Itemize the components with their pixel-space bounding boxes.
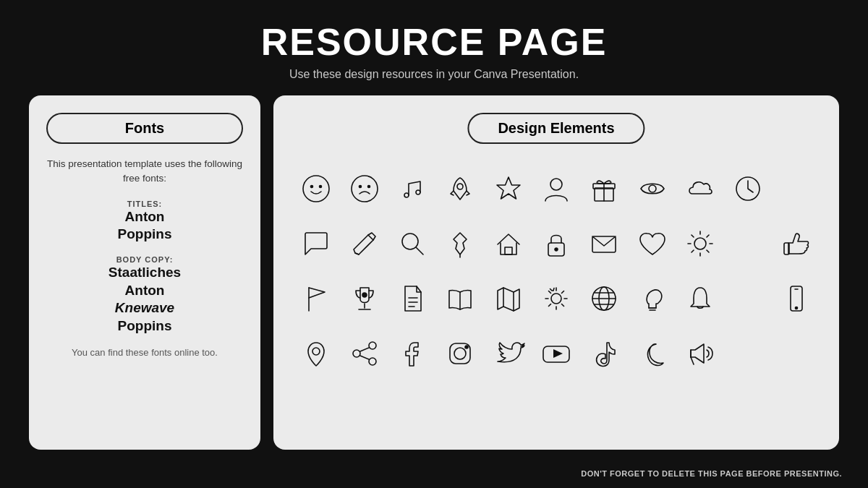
svg-point-8: [457, 184, 463, 189]
icon-lightbulb: [630, 273, 675, 325]
font-knewave: Knewave: [46, 299, 243, 317]
icon-book: [438, 273, 482, 325]
svg-point-18: [555, 248, 558, 251]
icons-grid: [294, 163, 819, 380]
icon-share: [341, 328, 386, 380]
svg-point-1: [311, 186, 313, 188]
body-label: BODY COPY:: [46, 255, 243, 264]
svg-point-23: [551, 294, 561, 304]
font-poppins-title: Poppins: [46, 226, 243, 244]
icon-instagram: [438, 328, 482, 380]
icon-heart: [630, 218, 675, 270]
icon-map: [485, 273, 530, 325]
svg-point-33: [454, 348, 466, 359]
svg-point-31: [369, 358, 376, 365]
icon-spacer-4: [726, 328, 770, 380]
svg-point-3: [352, 176, 378, 202]
icon-twitter: [485, 328, 530, 380]
svg-point-6: [404, 193, 409, 197]
svg-rect-16: [505, 247, 512, 254]
icon-lock: [534, 218, 579, 270]
icon-search: [390, 218, 435, 270]
icon-youtube: [534, 328, 579, 380]
icon-smiley: [294, 163, 339, 215]
svg-marker-9: [497, 177, 520, 199]
icon-mail: [582, 218, 626, 270]
icon-megaphone: [678, 328, 723, 380]
icon-sun: [678, 218, 723, 270]
svg-point-34: [465, 346, 468, 348]
icon-clock: [726, 163, 770, 215]
svg-point-10: [550, 179, 562, 190]
icon-bell: [678, 273, 723, 325]
icon-globe: [582, 273, 626, 325]
icon-eye: [630, 163, 675, 215]
icon-spacer-1: [774, 163, 819, 215]
icon-home: [485, 218, 530, 270]
fonts-panel-title: Fonts: [46, 113, 243, 144]
svg-point-13: [649, 185, 656, 192]
icon-spacer-2: [726, 218, 770, 270]
icon-location: [294, 328, 339, 380]
icon-document: [390, 273, 435, 325]
svg-point-27: [795, 307, 797, 309]
icon-pencil: [341, 218, 386, 270]
icon-cloud: [678, 163, 723, 215]
svg-point-22: [362, 293, 367, 297]
online-note: You can find these fonts online too.: [46, 347, 243, 358]
main-content: Fonts This presentation template uses th…: [0, 95, 868, 450]
font-anton: Anton: [46, 208, 243, 226]
icon-tiktok: [582, 328, 626, 380]
icon-pin: [438, 218, 482, 270]
icon-star: [485, 163, 530, 215]
svg-point-0: [303, 176, 329, 202]
svg-point-29: [369, 342, 376, 349]
icon-trophy: [341, 273, 386, 325]
design-elements-panel: Design Elements: [273, 95, 839, 450]
svg-point-2: [320, 186, 322, 188]
icon-mobile: [774, 273, 819, 325]
svg-point-20: [694, 238, 706, 249]
svg-point-7: [416, 190, 420, 194]
icon-moon: [630, 328, 675, 380]
icon-spacer-3: [726, 273, 770, 325]
body-font-group: BODY COPY: Staatliches Anton Knewave Pop…: [46, 255, 243, 335]
svg-marker-36: [553, 349, 563, 358]
svg-point-30: [353, 350, 360, 357]
icon-flag: [294, 273, 339, 325]
footer-note: DON'T FORGET TO DELETE THIS PAGE BEFORE …: [581, 469, 842, 478]
font-anton-body: Anton: [46, 282, 243, 300]
fonts-panel: Fonts This presentation template uses th…: [29, 95, 260, 450]
design-elements-title: Design Elements: [467, 113, 644, 144]
icon-gear: [534, 273, 579, 325]
icon-rocket: [438, 163, 482, 215]
svg-point-5: [367, 186, 370, 188]
icon-music: [390, 163, 435, 215]
icon-thumbsup: [774, 218, 819, 270]
titles-font-group: TITLES: Anton Poppins: [46, 200, 243, 244]
page-title: RESOURCE PAGE: [0, 20, 868, 64]
icon-gift: [582, 163, 626, 215]
icon-chat: [294, 218, 339, 270]
page-subtitle: Use these design resources in your Canva…: [0, 68, 868, 81]
fonts-description: This presentation template uses the foll…: [46, 157, 243, 187]
icon-facebook: [390, 328, 435, 380]
svg-point-28: [312, 348, 320, 355]
icon-user: [534, 163, 579, 215]
page-header: RESOURCE PAGE Use these design resources…: [0, 0, 868, 88]
font-poppins-body: Poppins: [46, 317, 243, 335]
icon-sad: [341, 163, 386, 215]
svg-point-4: [359, 186, 361, 188]
font-staatliches: Staatliches: [46, 264, 243, 282]
titles-label: TITLES:: [46, 200, 243, 208]
